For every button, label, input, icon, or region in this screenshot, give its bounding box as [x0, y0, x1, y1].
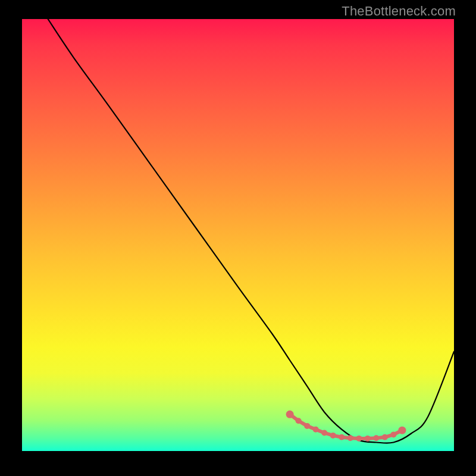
optimal-region-dot	[304, 423, 310, 429]
optimal-region-dot	[321, 430, 327, 436]
watermark-text: TheBottleneck.com	[342, 4, 456, 19]
optimal-region-dot	[365, 436, 371, 441]
optimal-region-dot	[356, 436, 362, 441]
optimal-region-line	[290, 414, 402, 439]
optimal-region-dot	[390, 431, 396, 437]
optimal-region-dot	[373, 435, 379, 441]
optimal-region-dot	[313, 427, 319, 433]
optimal-region-dot	[382, 434, 388, 440]
plot-area	[22, 19, 454, 451]
optimal-region-dot	[286, 411, 294, 418]
optimal-region-dot	[347, 435, 353, 441]
optimal-region-dot	[398, 427, 406, 434]
optimal-region-dot	[330, 433, 336, 439]
optimal-region-dot	[339, 434, 345, 440]
optimal-region-markers	[286, 411, 406, 441]
bottleneck-curve	[48, 19, 454, 443]
curve-layer	[22, 19, 454, 451]
optimal-region-dot	[296, 418, 302, 424]
chart-frame: TheBottleneck.com	[0, 0, 476, 476]
